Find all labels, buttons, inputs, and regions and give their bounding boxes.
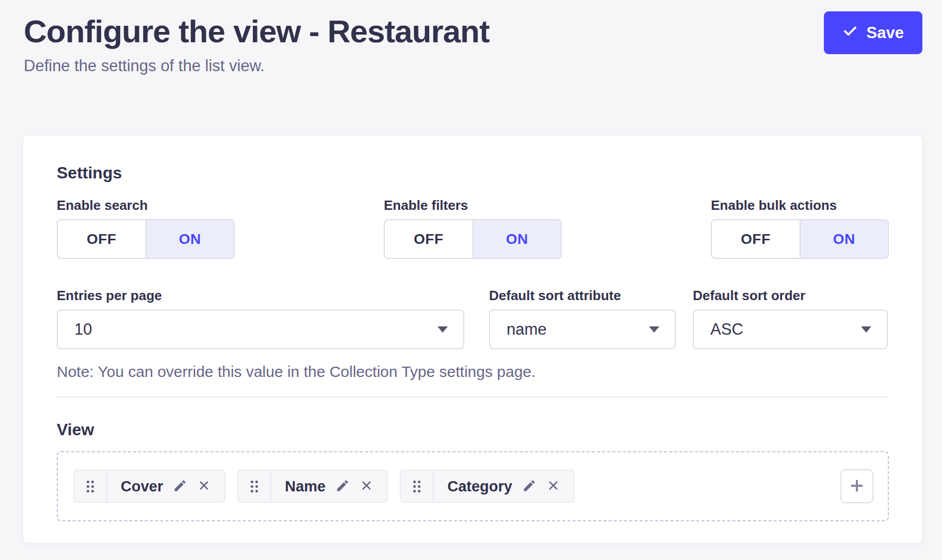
remove-field-button[interactable] xyxy=(197,479,211,494)
pencil-icon xyxy=(173,479,187,495)
enable-filters-label: Enable filters xyxy=(384,197,562,213)
drag-handle-icon[interactable] xyxy=(74,471,107,502)
field-chip-body: Name xyxy=(271,471,387,502)
field-chip-body: Cover xyxy=(107,471,224,502)
close-icon xyxy=(197,479,211,494)
view-section-title: View xyxy=(57,420,889,439)
remove-field-button[interactable] xyxy=(360,479,373,494)
default-sort-order-field: Default sort order ASC xyxy=(693,288,888,349)
enable-filters-toggle-on[interactable]: ON xyxy=(474,220,561,258)
pencil-icon xyxy=(522,479,537,495)
entries-per-page-label: Entries per page xyxy=(57,288,464,303)
page-subtitle: Define the settings of the list view. xyxy=(24,56,490,76)
page-title: Configure the view - Restaurant xyxy=(24,11,490,52)
drag-handle-icon[interactable] xyxy=(401,471,434,502)
remove-field-button[interactable] xyxy=(546,479,560,494)
field-chip-cover[interactable]: Cover xyxy=(73,470,225,503)
enable-bulk-actions-toggle-off[interactable]: OFF xyxy=(712,220,801,258)
default-sort-order-label: Default sort order xyxy=(693,288,888,303)
field-chip-label: Category xyxy=(447,478,512,495)
enable-bulk-actions-toggle-on[interactable]: ON xyxy=(801,220,888,258)
section-divider xyxy=(57,397,889,398)
view-fields-dropzone: Cover xyxy=(57,451,889,521)
entries-per-page-field: Entries per page 10 xyxy=(57,288,464,349)
entries-per-page-note: Note: You can override this value in the… xyxy=(57,363,889,381)
drag-handle-icon[interactable] xyxy=(238,471,271,502)
enable-bulk-actions-toggle[interactable]: OFF ON xyxy=(711,219,889,259)
close-icon xyxy=(360,479,373,494)
enable-search-toggle[interactable]: OFF ON xyxy=(57,219,235,259)
field-chip-category[interactable]: Category xyxy=(400,470,575,503)
drag-dots-icon xyxy=(251,481,258,492)
caret-down-icon xyxy=(861,326,871,333)
toggles-row: Enable search OFF ON Enable filters OFF … xyxy=(57,197,889,259)
default-sort-order-value: ASC xyxy=(710,320,743,339)
default-sort-attribute-value: name xyxy=(507,320,547,339)
field-chip-body: Category xyxy=(434,471,574,502)
save-button-label: Save xyxy=(867,24,904,42)
enable-filters-toggle[interactable]: OFF ON xyxy=(384,219,562,259)
enable-filters-field: Enable filters OFF ON xyxy=(384,197,562,259)
drag-dots-icon xyxy=(413,481,420,492)
view-fields-list: Cover xyxy=(73,470,575,503)
edit-field-button[interactable] xyxy=(173,479,187,495)
default-sort-attribute-field: Default sort attribute name xyxy=(489,288,676,349)
selects-row: Entries per page 10 Default sort attribu… xyxy=(57,288,889,349)
default-sort-attribute-select[interactable]: name xyxy=(489,309,676,349)
page-header-text: Configure the view - Restaurant Define t… xyxy=(24,11,490,76)
caret-down-icon xyxy=(649,326,659,333)
default-sort-attribute-label: Default sort attribute xyxy=(489,288,676,303)
field-chip-label: Cover xyxy=(121,478,163,495)
plus-icon xyxy=(848,476,866,497)
edit-field-button[interactable] xyxy=(335,479,350,495)
field-chip-label: Name xyxy=(285,478,326,495)
pencil-icon xyxy=(335,479,350,495)
enable-search-field: Enable search OFF ON xyxy=(57,197,235,259)
caret-down-icon xyxy=(437,326,448,333)
entries-per-page-select[interactable]: 10 xyxy=(57,309,464,349)
enable-filters-toggle-off[interactable]: OFF xyxy=(385,220,474,258)
enable-search-toggle-off[interactable]: OFF xyxy=(58,220,147,258)
settings-section-title: Settings xyxy=(57,163,889,182)
enable-search-toggle-on[interactable]: ON xyxy=(147,220,234,258)
save-button[interactable]: Save xyxy=(824,11,922,54)
check-icon xyxy=(842,23,858,43)
drag-dots-icon xyxy=(87,481,94,492)
field-chip-name[interactable]: Name xyxy=(237,470,388,503)
add-field-button[interactable] xyxy=(840,469,873,503)
enable-bulk-actions-field: Enable bulk actions OFF ON xyxy=(711,197,889,259)
entries-per-page-value: 10 xyxy=(74,320,92,339)
enable-bulk-actions-label: Enable bulk actions xyxy=(711,197,889,213)
configure-view-card: Settings Enable search OFF ON Enable fil… xyxy=(23,136,922,543)
default-sort-order-select[interactable]: ASC xyxy=(693,309,888,349)
page-header: Configure the view - Restaurant Define t… xyxy=(0,0,942,76)
enable-search-label: Enable search xyxy=(57,197,235,213)
edit-field-button[interactable] xyxy=(522,479,537,495)
close-icon xyxy=(546,479,560,494)
